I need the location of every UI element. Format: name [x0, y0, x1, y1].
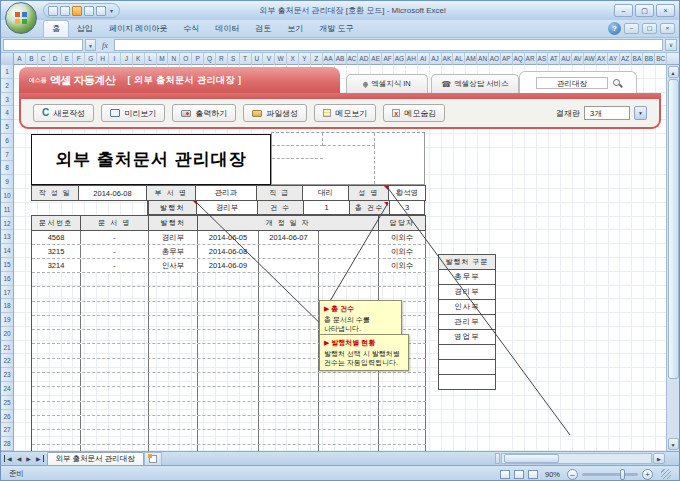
row-header-7[interactable]: 7: [1, 148, 13, 162]
scroll-right-icon[interactable]: ▶: [653, 453, 665, 464]
table-cell-empty[interactable]: [198, 387, 259, 400]
table-cell-empty[interactable]: [149, 359, 198, 372]
ribbon-tab-6[interactable]: 검토: [247, 21, 279, 37]
form-label[interactable]: 건 수: [258, 201, 304, 215]
publisher-list-item[interactable]: 경리부: [439, 285, 496, 300]
row-header-26[interactable]: 26: [1, 410, 13, 424]
name-box-dropdown-icon[interactable]: ▼: [85, 39, 96, 51]
row-header-6[interactable]: 6: [1, 134, 13, 148]
table-header-4[interactable]: 개 정 일 자: [198, 216, 379, 231]
table-cell-empty[interactable]: [32, 287, 81, 300]
table-cell-empty[interactable]: [259, 387, 319, 400]
row-header-2[interactable]: 2: [1, 79, 13, 93]
form-value[interactable]: 관리과: [196, 186, 257, 201]
approval-count-value[interactable]: 3개: [584, 106, 630, 120]
column-header-T[interactable]: T: [240, 53, 252, 65]
column-header-AC[interactable]: AC: [347, 53, 359, 65]
table-cell-empty[interactable]: [81, 273, 149, 286]
preview-icon[interactable]: [48, 6, 58, 16]
table-cell-empty[interactable]: [149, 387, 198, 400]
ribbon-tab-2[interactable]: 삽입: [69, 21, 101, 37]
columns-icon[interactable]: [84, 6, 94, 16]
column-header-AL[interactable]: AL: [453, 53, 465, 65]
table-cell-empty[interactable]: [198, 302, 259, 315]
column-header-AP[interactable]: AP: [501, 53, 513, 65]
table-cell[interactable]: 2014-06-08: [198, 245, 259, 258]
table-cell[interactable]: 총무부: [149, 245, 198, 258]
table-cell[interactable]: [319, 231, 379, 244]
column-header-G[interactable]: G: [85, 53, 97, 65]
table-header-5[interactable]: 담당자: [379, 216, 426, 231]
table-cell-empty[interactable]: [32, 402, 81, 415]
comment-box-total-count[interactable]: ▶ 총 건수 총 문서의 수를 나타냅니다.: [319, 300, 402, 337]
table-cell[interactable]: 3215: [32, 245, 81, 258]
table-cell-empty[interactable]: [149, 416, 198, 429]
toolbar-button-6[interactable]: x메모숨김: [383, 104, 445, 122]
search-input[interactable]: 관리대장: [536, 77, 608, 89]
table-cell[interactable]: 3214: [32, 259, 81, 272]
column-header-Y[interactable]: Y: [299, 53, 311, 65]
toolbar-button-1[interactable]: C새로작성: [33, 104, 94, 122]
table-cell-empty[interactable]: [149, 430, 198, 443]
horizontal-scroll-track[interactable]: [501, 453, 652, 464]
table-cell-empty[interactable]: [149, 373, 198, 386]
chart-icon[interactable]: [96, 6, 106, 16]
table-cell[interactable]: [259, 259, 319, 272]
table-cell-empty[interactable]: [32, 330, 81, 343]
table-cell[interactable]: -: [81, 231, 149, 244]
table-cell-empty[interactable]: [259, 287, 319, 300]
zoom-out-button[interactable]: –: [567, 469, 578, 480]
row-header-11[interactable]: 11: [1, 203, 13, 217]
form-label[interactable]: 부 서 명: [147, 186, 196, 201]
column-header-AV[interactable]: AV: [572, 53, 584, 65]
sheet-nav-prev-icon[interactable]: ◀: [15, 455, 24, 462]
column-header-K[interactable]: K: [133, 53, 145, 65]
table-cell-empty[interactable]: [149, 402, 198, 415]
column-header-I[interactable]: I: [109, 53, 121, 65]
column-header-AZ[interactable]: AZ: [620, 53, 632, 65]
publisher-list-item[interactable]: 영업부: [439, 330, 496, 345]
vertical-scroll-thumb[interactable]: [668, 79, 679, 379]
table-cell-empty[interactable]: [319, 387, 379, 400]
tab-splitter-handle[interactable]: [495, 453, 500, 464]
table-cell-empty[interactable]: [198, 373, 259, 386]
column-header-AM[interactable]: AM: [465, 53, 477, 65]
row-header-14[interactable]: 14: [1, 244, 13, 258]
sheet-nav-last-icon[interactable]: ▶: [34, 455, 44, 462]
table-cell-empty[interactable]: [319, 373, 379, 386]
toolbar-button-5[interactable]: 메모보기: [314, 104, 376, 122]
table-cell-empty[interactable]: [81, 287, 149, 300]
table-cell-empty[interactable]: [81, 316, 149, 329]
table-cell-empty[interactable]: [198, 330, 259, 343]
qat-dropdown-icon[interactable]: ▾: [110, 7, 113, 14]
row-header-25[interactable]: 25: [1, 396, 13, 410]
sheet-nav-next-icon[interactable]: ▶: [24, 455, 33, 462]
table-cell-empty[interactable]: [81, 330, 149, 343]
row-header-4[interactable]: 4: [1, 106, 13, 120]
form-label[interactable]: 작 성 일: [32, 186, 79, 201]
column-header-H[interactable]: H: [97, 53, 109, 65]
table-cell-empty[interactable]: [149, 330, 198, 343]
vertical-scrollbar[interactable]: ▲ ▼: [666, 65, 679, 451]
table-cell-empty[interactable]: [379, 287, 426, 300]
table-cell[interactable]: 2014-06-09: [198, 259, 259, 272]
table-cell-empty[interactable]: [259, 416, 319, 429]
table-cell-empty[interactable]: [319, 416, 379, 429]
sheet-nav-first-icon[interactable]: ◀: [4, 455, 14, 462]
table-cell-empty[interactable]: [259, 273, 319, 286]
ribbon-tab-1[interactable]: 홈: [43, 20, 69, 37]
table-cell[interactable]: -: [81, 259, 149, 272]
column-header-U[interactable]: U: [252, 53, 264, 65]
table-cell-empty[interactable]: [259, 402, 319, 415]
table-cell[interactable]: 이외수: [379, 245, 426, 258]
table-cell[interactable]: [319, 245, 379, 258]
table-cell-empty[interactable]: [149, 302, 198, 315]
form-value[interactable]: 1: [304, 201, 350, 215]
table-icon[interactable]: [60, 6, 70, 16]
column-header-R[interactable]: R: [216, 53, 228, 65]
column-header-AN[interactable]: AN: [477, 53, 489, 65]
publisher-list-empty[interactable]: [439, 360, 496, 375]
table-cell-empty[interactable]: [259, 330, 319, 343]
table-cell-empty[interactable]: [198, 316, 259, 329]
column-header-AS[interactable]: AS: [537, 53, 549, 65]
